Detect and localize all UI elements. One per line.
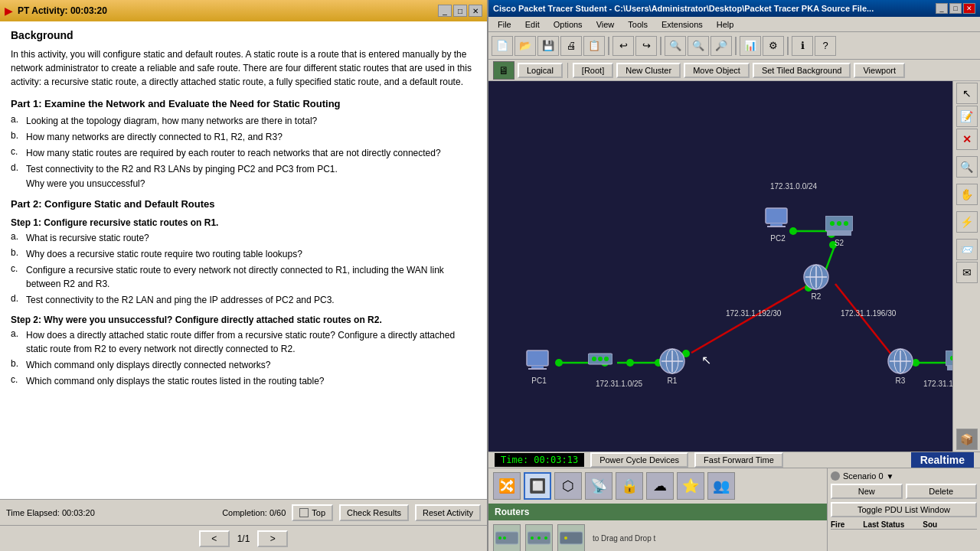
redo-button[interactable]: ↪	[635, 36, 657, 56]
zoom-in-sidebar-button[interactable]: 🔍	[956, 156, 978, 178]
right-maximize-button[interactable]: □	[949, 3, 962, 14]
list-item: c. Which command only displays the stati…	[11, 374, 476, 388]
minimize-button[interactable]: _	[438, 5, 452, 17]
wan-category-button[interactable]: ☁	[646, 472, 674, 500]
pc1-node[interactable]: PC1	[524, 347, 554, 385]
delete-tool-button[interactable]: ✕	[956, 129, 978, 150]
new-cluster-button[interactable]: New Cluster	[616, 63, 681, 78]
r3-icon	[885, 347, 916, 375]
r3-label: R3	[896, 377, 906, 385]
subnet-label: 172.31.0.0/24	[770, 182, 817, 191]
maximize-button[interactable]: □	[453, 5, 467, 17]
new-scenario-button[interactable]: New	[831, 484, 903, 499]
right-minimize-button[interactable]: _	[936, 3, 948, 14]
list-item: b. Which command only displays directly …	[11, 358, 476, 372]
pc2-node[interactable]: PC2	[763, 205, 793, 243]
new-file-button[interactable]: 📄	[492, 36, 513, 56]
nav-separator	[567, 63, 568, 78]
item-text: How many networks are directly connected…	[26, 130, 283, 144]
viewport-button[interactable]: Viewport	[854, 63, 905, 78]
left-panel: ▶ PT Activity: 00:03:20 _ □ ✕ Background…	[0, 0, 488, 551]
r3-node[interactable]: R3	[885, 347, 916, 385]
multiuser-category-button[interactable]: 👥	[707, 472, 735, 500]
copy-button[interactable]: 📋	[583, 36, 605, 56]
wireless-category-button[interactable]: 📡	[585, 472, 612, 500]
bottom-top-bar: Time: 00:03:13 Power Cycle Devices Fast …	[488, 452, 980, 468]
scenario-down-arrow[interactable]: ▼	[887, 472, 894, 481]
note-tool-button[interactable]: 📝	[956, 106, 978, 127]
background-text: In this activity, you will configure sta…	[11, 47, 476, 89]
list-item: b. How many networks are directly connec…	[11, 130, 476, 144]
item-label: b.	[11, 247, 21, 261]
connection-tool-button[interactable]: ⚡	[956, 211, 978, 233]
svg-point-66	[564, 536, 567, 540]
info-button[interactable]: ℹ	[792, 36, 813, 56]
part1-heading: Part 1: Examine the Network and Evaluate…	[11, 98, 476, 109]
right-close-button[interactable]: ✕	[963, 3, 975, 14]
zoom-in-button[interactable]: 🔍	[665, 36, 686, 56]
print-button[interactable]: 🖨	[560, 36, 582, 56]
item-label: c.	[11, 263, 21, 291]
power-cycle-button[interactable]: Power Cycle Devices	[590, 452, 688, 468]
check-results-button[interactable]: Check Results	[339, 504, 409, 521]
r2-node[interactable]: R2	[801, 263, 831, 301]
r2-icon	[801, 263, 831, 291]
toggle-pdu-button[interactable]: Toggle PDU List Window	[831, 502, 977, 517]
menu-file[interactable]: File	[492, 18, 518, 31]
menu-extensions[interactable]: Extensions	[655, 18, 709, 31]
close-button[interactable]: ✕	[469, 5, 482, 17]
switch-category-button[interactable]: 🔲	[524, 472, 551, 500]
s3-node[interactable]: S3	[946, 350, 952, 382]
top-check[interactable]	[299, 508, 309, 517]
menu-view[interactable]: View	[590, 18, 621, 31]
item-text: Looking at the topology diagram, how man…	[26, 114, 317, 128]
fast-forward-button[interactable]: Fast Forward Time	[694, 452, 783, 468]
top-checkbox[interactable]: Top	[292, 504, 333, 521]
hand-tool-button[interactable]: ✋	[956, 184, 978, 205]
menu-edit[interactable]: Edit	[519, 18, 546, 31]
email-tool-button[interactable]: ✉	[956, 262, 978, 283]
root-button[interactable]: [Root]	[573, 63, 613, 78]
zoom-out-button[interactable]: 🔍	[688, 36, 709, 56]
config-button[interactable]: ⚙	[763, 36, 784, 56]
hub-category-button[interactable]: ⬡	[554, 472, 582, 500]
activity-icon: ▶	[5, 5, 13, 17]
save-file-button[interactable]: 💾	[537, 36, 559, 56]
list-item: a. What is recursive static route?	[11, 231, 476, 245]
menu-help[interactable]: Help	[710, 18, 740, 31]
search-button[interactable]: 🔎	[710, 36, 732, 56]
undo-button[interactable]: ↩	[612, 36, 634, 56]
r1-node[interactable]: R1	[657, 347, 688, 385]
router-category-button[interactable]: 🔀	[493, 472, 521, 500]
select-tool-button[interactable]: ↖	[956, 83, 978, 104]
menu-tools[interactable]: Tools	[622, 18, 654, 31]
delete-scenario-button[interactable]: Delete	[906, 484, 978, 499]
logical-button[interactable]: Logical	[518, 63, 563, 78]
network-canvas[interactable]: PC1	[488, 81, 952, 452]
router-2600-button[interactable]	[557, 524, 585, 551]
help-icon-button[interactable]: ?	[815, 36, 836, 56]
s2-node[interactable]: S2	[825, 216, 853, 247]
logical-view-icon[interactable]: 🖥	[493, 61, 514, 80]
part2-heading: Part 2: Configure Static and Default Rou…	[11, 198, 476, 210]
pdu-table-header: Fire Last Status Sou	[831, 520, 977, 530]
custom-category-button[interactable]: ⭐	[677, 472, 704, 500]
move-object-button[interactable]: Move Object	[684, 63, 750, 78]
pc2-label: PC2	[770, 234, 785, 243]
nav-prev-button[interactable]: <	[199, 530, 230, 547]
router-1841-button[interactable]	[493, 524, 521, 551]
pdu-tool-button[interactable]: 📨	[956, 239, 978, 260]
set-tiled-background-button[interactable]: Set Tiled Background	[753, 63, 851, 78]
menu-options[interactable]: Options	[547, 18, 589, 31]
switch-s1-node[interactable]	[588, 350, 612, 367]
svg-point-62	[531, 536, 534, 540]
packet-tool-button[interactable]: 📦	[956, 429, 978, 450]
open-file-button[interactable]: 📂	[514, 36, 536, 56]
topology-button[interactable]: 📊	[740, 36, 761, 56]
nav-next-button[interactable]: >	[257, 530, 288, 547]
security-category-button[interactable]: 🔒	[616, 472, 643, 500]
page-indicator: 1/1	[233, 533, 255, 544]
reset-activity-button[interactable]: Reset Activity	[415, 504, 481, 521]
r1-icon	[657, 347, 688, 375]
router-1941-button[interactable]	[525, 524, 553, 551]
